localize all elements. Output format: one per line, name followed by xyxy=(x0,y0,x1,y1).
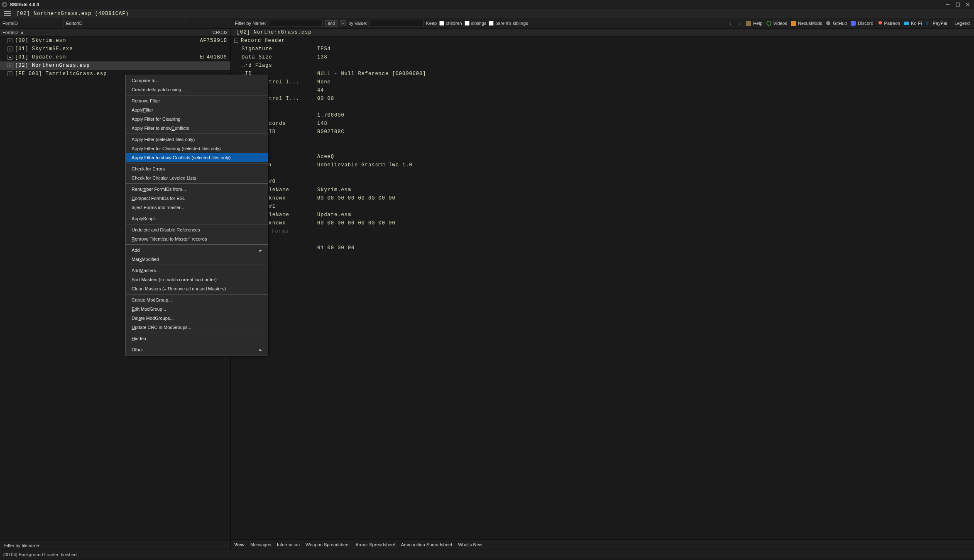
formid-column-header[interactable]: FormID xyxy=(0,18,64,28)
context-menu-item[interactable]: Apply Script... xyxy=(126,214,268,223)
tree-expander-icon[interactable]: + xyxy=(7,71,12,76)
context-menu-item[interactable]: Compare to... xyxy=(126,76,268,85)
context-menu-item[interactable]: Apply Filter (selected files only) xyxy=(126,135,268,144)
context-menu-item[interactable]: Sort Masters (to match current load orde… xyxy=(126,275,268,284)
filter-and-dropdown-icon[interactable] xyxy=(340,20,346,26)
record-row[interactable]: …rd Flags xyxy=(231,61,974,70)
bottom-tab[interactable]: Ammunition Spreadsheet xyxy=(401,542,453,547)
nav-back-icon[interactable]: ‹ xyxy=(729,20,732,27)
context-menu-item[interactable]: Check for Circular Leveled Lists xyxy=(126,173,268,183)
context-menu-item[interactable]: Remove "Identical to Master" records xyxy=(126,234,268,243)
record-column-header[interactable]: [02] NorthernGrass.esp xyxy=(231,29,974,37)
record-row[interactable]: …ST - FileNameUpdate.esm xyxy=(231,211,974,219)
record-row[interactable]: …creenshot xyxy=(231,236,974,244)
bottom-tab[interactable]: Weapon Spreadsheet xyxy=(306,542,350,547)
context-menu-item[interactable]: Delete ModGroups... xyxy=(126,314,268,323)
context-menu-item[interactable]: Inject Forms into master... xyxy=(126,203,268,212)
record-row[interactable]: …verridden Forms xyxy=(231,227,974,236)
filter-parents-checkbox[interactable]: parent's siblings xyxy=(489,21,528,26)
record-row[interactable]: …eader xyxy=(231,103,974,111)
filter-siblings-checkbox[interactable]: siblings xyxy=(465,21,487,26)
tree-expander-icon[interactable]: + xyxy=(7,63,12,68)
bottom-tab[interactable]: Information xyxy=(277,542,300,547)
filter-and-toggle[interactable]: and xyxy=(325,20,338,27)
record-row[interactable]: …r File #1 xyxy=(231,202,974,211)
record-fields[interactable]: −Record HeaderSignatureTES4Data Size138…… xyxy=(231,37,974,539)
context-menu-item[interactable]: Create ModGroup... xyxy=(126,295,268,304)
context-menu-item[interactable]: Check for Errors xyxy=(126,164,268,173)
tree-expander-icon[interactable]: + xyxy=(7,46,12,51)
nexusmods-link[interactable]: NexusMods xyxy=(790,20,822,26)
hamburger-menu-icon[interactable] xyxy=(2,9,12,18)
legend-button[interactable]: Legend xyxy=(950,21,974,26)
bottom-tab[interactable]: What's New xyxy=(458,542,482,547)
filter-by-name-input[interactable] xyxy=(269,20,323,27)
context-menu-item[interactable]: Apply Filter to show Conflicts (selected… xyxy=(126,153,268,162)
record-row[interactable]: …nknown xyxy=(231,136,974,144)
context-menu-item[interactable]: Apply Filter to show Conflicts xyxy=(126,124,268,133)
filter-by-value-input[interactable] xyxy=(370,20,423,27)
context-menu-item[interactable]: Renumber FormIDs from... xyxy=(126,185,268,194)
tree-row[interactable]: +[02] NorthernGrass.esp xyxy=(0,61,230,70)
close-button[interactable] xyxy=(963,1,972,8)
bottom-tab[interactable]: Armor Spreadsheet xyxy=(355,542,395,547)
record-row[interactable]: …Files xyxy=(231,169,974,178)
context-menu-item[interactable]: Mark Modified xyxy=(126,255,268,264)
context-menu-item[interactable]: Create delta patch using... xyxy=(126,85,268,94)
nav-forward-icon[interactable]: › xyxy=(739,20,741,27)
record-row[interactable]: …TA - Unknown00 00 00 00 00 00 00 00 xyxy=(231,219,974,227)
record-row[interactable]: …IDNULL - Null Reference [00000000] xyxy=(231,70,974,78)
record-expander-icon[interactable]: − xyxy=(234,39,238,43)
record-row[interactable]: …ion Control I...None xyxy=(231,78,974,86)
editorid-column-header[interactable]: EditorID xyxy=(64,18,186,28)
record-row[interactable]: …nknown01 00 00 00 xyxy=(231,244,974,252)
record-row[interactable]: …nknown xyxy=(231,144,974,153)
context-menu-item[interactable]: Add▸ xyxy=(126,246,268,255)
videos-link[interactable]: Videos xyxy=(766,20,787,26)
record-row[interactable]: …uthorAceeQ xyxy=(231,153,974,161)
record-row[interactable]: …escriptionUnbelievable Grass□□ Two 1.0 xyxy=(231,161,974,169)
context-menu-item[interactable]: Add Masters... xyxy=(126,266,268,275)
filter-children-checkbox[interactable]: children xyxy=(439,21,462,26)
tree-row[interactable]: +[01] SkyrimSE.exe xyxy=(0,45,230,53)
context-menu-item[interactable]: Edit ModGroup... xyxy=(126,304,268,314)
context-menu-item[interactable]: Undelete and Disable References xyxy=(126,225,268,234)
record-row[interactable]: …Version44 xyxy=(231,86,974,95)
record-row[interactable]: SignatureTES4 xyxy=(231,45,974,53)
context-menu-item[interactable]: Remove Filter xyxy=(126,96,268,105)
context-menu-item[interactable]: Apply Filter for Cleaning (selected file… xyxy=(126,144,268,153)
tree-crc-header[interactable]: CRC32 xyxy=(97,29,230,36)
record-row[interactable]: …ion Control I...00 00 xyxy=(231,95,974,103)
minimize-button[interactable] xyxy=(943,1,952,8)
context-menu-item[interactable]: Update CRC in ModGroups... xyxy=(126,323,268,332)
record-row[interactable]: Data Size138 xyxy=(231,53,974,61)
bottom-tab[interactable]: View xyxy=(234,542,245,547)
context-menu-item[interactable]: Clean Masters (= Remove all unused Maste… xyxy=(126,284,268,293)
help-link[interactable]: Help xyxy=(746,20,763,26)
github-link[interactable]: GitHub xyxy=(825,20,847,26)
maximize-button[interactable] xyxy=(953,1,962,8)
tree-expander-icon[interactable]: + xyxy=(7,55,12,60)
record-row[interactable]: −Record Header xyxy=(231,37,974,45)
record-row[interactable]: …on1.700000 xyxy=(231,111,974,119)
context-menu-item[interactable]: Compact FormIDs for ESL xyxy=(126,194,268,203)
record-row[interactable]: …nknown xyxy=(231,252,974,261)
discord-link[interactable]: Discord xyxy=(850,20,873,26)
context-menu-item[interactable]: Apply Filter for Cleaning xyxy=(126,114,268,124)
context-menu-item[interactable]: Hidden xyxy=(126,334,268,343)
record-row[interactable]: …TA - Unknown00 00 00 00 00 00 00 00 xyxy=(231,194,974,202)
record-row[interactable]: …Object ID0002708C xyxy=(231,128,974,136)
record-row[interactable]: …r of Records148 xyxy=(231,119,974,128)
paypal-link[interactable]: PayPal xyxy=(925,20,947,26)
record-row[interactable]: …ST - FileNameSkyrim.esm xyxy=(231,186,974,194)
tree-row[interactable]: +[00] Skyrim.esmAF75991D xyxy=(0,37,230,45)
tree-expander-icon[interactable]: + xyxy=(7,38,12,43)
record-row[interactable]: …r File #0 xyxy=(231,178,974,186)
tree-row[interactable]: +[01] Update.esmEF461BD9 xyxy=(0,53,230,61)
bottom-tab[interactable]: Messages xyxy=(250,542,271,547)
context-menu-item[interactable]: Apply Filter xyxy=(126,105,268,114)
patreon-link[interactable]: Patreon xyxy=(877,20,901,26)
kofi-link[interactable]: Ko-Fi xyxy=(903,20,922,26)
context-menu-item[interactable]: Other▸ xyxy=(126,345,268,354)
tree-formid-header[interactable]: FormID▲ xyxy=(0,29,97,36)
